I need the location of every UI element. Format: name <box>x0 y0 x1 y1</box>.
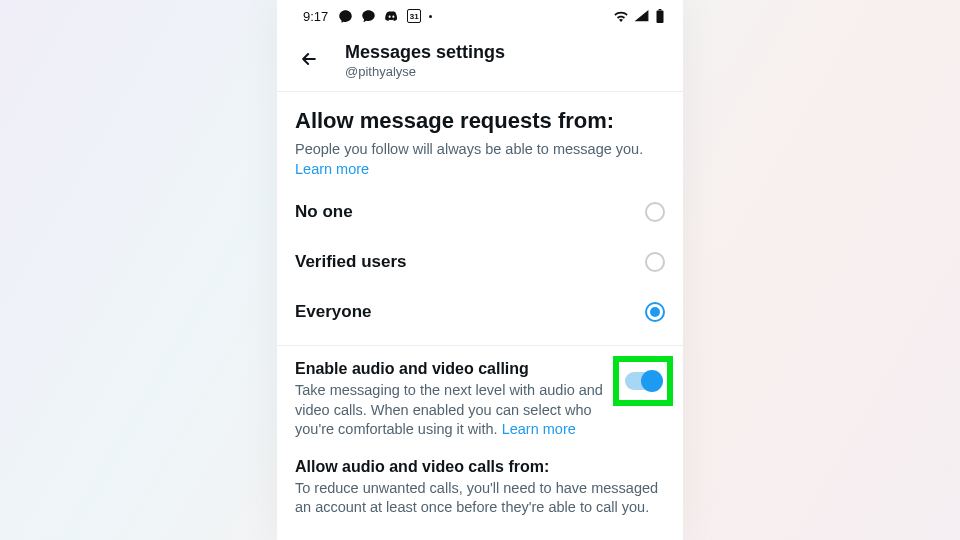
radio-icon-selected <box>645 302 665 322</box>
toggle-title: Enable audio and video calling <box>295 360 665 378</box>
enable-calling-section: Enable audio and video calling Take mess… <box>277 346 683 444</box>
calendar-icon: 31 <box>407 9 421 23</box>
phone-frame: 9:17 31 Messages settings @pithyalyse Al… <box>277 0 683 540</box>
battery-icon <box>655 9 665 23</box>
radio-option-verified[interactable]: Verified users <box>277 237 683 287</box>
content: Allow message requests from: People you … <box>277 92 683 526</box>
more-dot-icon <box>429 15 432 18</box>
signal-icon <box>635 10 649 22</box>
chat-icon <box>361 9 376 24</box>
back-button[interactable] <box>295 45 323 77</box>
arrow-left-icon <box>299 49 319 69</box>
svg-rect-1 <box>659 9 662 10</box>
allow-calls-title: Allow audio and video calls from: <box>295 458 665 476</box>
radio-icon <box>645 252 665 272</box>
page-title: Messages settings <box>345 42 505 63</box>
radio-option-everyone[interactable]: Everyone <box>277 287 683 337</box>
status-bar: 9:17 31 <box>277 0 683 32</box>
app-header: Messages settings @pithyalyse <box>277 32 683 92</box>
messenger-icon <box>338 9 353 24</box>
allow-calls-section: Allow audio and video calls from: To red… <box>277 444 683 526</box>
svg-rect-0 <box>657 10 664 23</box>
requests-section-title: Allow message requests from: <box>277 92 683 140</box>
requests-section-desc: People you follow will always be able to… <box>277 140 683 187</box>
toggle-knob-icon <box>641 370 663 392</box>
radio-icon <box>645 202 665 222</box>
tutorial-highlight <box>613 356 673 406</box>
radio-option-no-one[interactable]: No one <box>277 187 683 237</box>
wifi-icon <box>613 10 629 22</box>
discord-icon <box>384 9 399 24</box>
status-time: 9:17 <box>303 9 328 24</box>
learn-more-link[interactable]: Learn more <box>295 161 369 177</box>
allow-calls-desc: To reduce unwanted calls, you'll need to… <box>295 479 665 518</box>
enable-calling-toggle[interactable] <box>625 372 661 390</box>
learn-more-link[interactable]: Learn more <box>502 421 576 437</box>
status-notification-icons: 31 <box>338 9 432 24</box>
page-subtitle: @pithyalyse <box>345 64 505 79</box>
status-system-icons <box>613 9 665 23</box>
toggle-desc: Take messaging to the next level with au… <box>295 381 665 440</box>
